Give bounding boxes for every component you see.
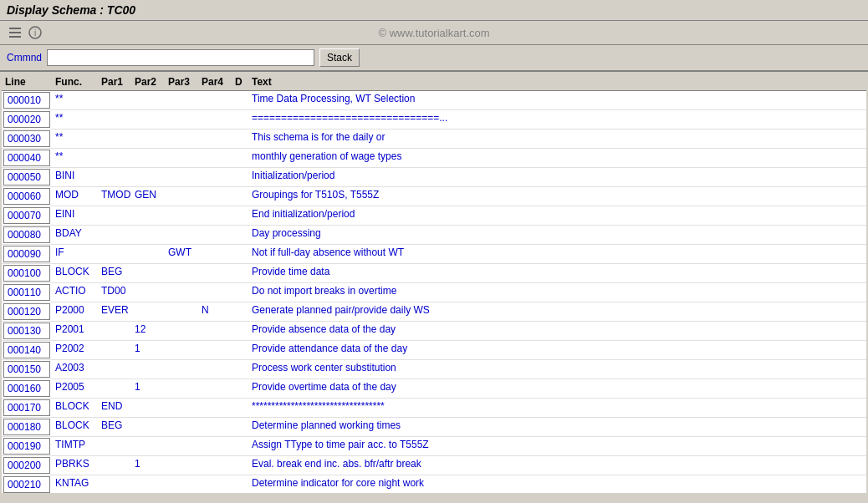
param-cell-4 <box>165 399 198 417</box>
table-row[interactable]: 000180BLOCKBEGDetermine planned working … <box>2 418 866 437</box>
table-row[interactable]: 000160P20051Provide overtime data of the… <box>2 379 866 399</box>
param-cell-4 <box>165 302 198 321</box>
param-cell-6 <box>232 302 248 321</box>
table-row[interactable]: 000210KNTAGDetermine indicator for core … <box>2 475 866 493</box>
param-cell-1: ** <box>52 110 98 129</box>
text-cell: Process work center substitution <box>248 360 866 379</box>
line-number: 000120 <box>3 303 50 320</box>
param-cell-6 <box>232 187 248 206</box>
param-cell-2: BEG <box>98 418 131 436</box>
table-row[interactable]: 000040**monthly generation of wage types <box>2 149 866 168</box>
param-cell-5 <box>198 399 232 417</box>
table-row[interactable]: 000170BLOCKEND**************************… <box>2 399 866 418</box>
param-cell-5 <box>198 206 232 225</box>
param-cell-2 <box>98 149 131 167</box>
table-row[interactable]: 000090IFGWTNot if full-day absence witho… <box>2 245 866 264</box>
text-cell: ================================... <box>248 110 866 129</box>
svg-rect-0 <box>9 28 21 29</box>
settings-icon[interactable] <box>7 24 23 41</box>
stack-button[interactable]: Stack <box>319 48 360 67</box>
main-content: Line Func. Par1 Par2 Par3 Par4 D Text 00… <box>2 74 866 493</box>
text-cell: This schema is for the daily or <box>248 130 866 148</box>
table-row[interactable]: 000110ACTIOTD00Do not import breaks in o… <box>2 283 866 302</box>
table-row[interactable]: 000050BINIInitialization/period <box>2 168 866 187</box>
col-d: D <box>232 75 248 89</box>
col-par2: Par2 <box>131 75 165 89</box>
table-row[interactable]: 000030**This schema is for the daily or <box>2 130 866 149</box>
param-cell-6 <box>232 360 248 379</box>
param-cell-3 <box>131 91 165 109</box>
table-row[interactable]: 000140P20021Provide attendance data of t… <box>2 341 866 360</box>
param-cell-2 <box>98 226 131 244</box>
param-cell-6 <box>232 379 248 398</box>
line-number: 000060 <box>3 188 50 205</box>
param-cell-1: ** <box>52 149 98 167</box>
title-text: Display Schema : TC00 <box>7 3 135 17</box>
param-cell-2 <box>98 168 131 186</box>
line-number: 000110 <box>3 284 50 301</box>
param-cell-1: BDAY <box>52 226 98 244</box>
table-row[interactable]: 000080BDAYDay processing <box>2 226 866 245</box>
param-cell-2 <box>98 379 131 398</box>
param-cell-5 <box>198 475 232 493</box>
param-cell-3 <box>131 437 165 455</box>
command-input[interactable] <box>47 49 314 66</box>
table-row[interactable]: 000060MODTMODGENGroupings for T510S, T55… <box>2 187 866 206</box>
line-number: 000020 <box>3 111 50 128</box>
param-cell-4 <box>165 341 198 359</box>
line-number: 000070 <box>3 207 50 224</box>
text-cell: Determine planned working times <box>248 418 866 436</box>
line-number: 000030 <box>3 130 50 147</box>
text-cell: Generate planned pair/provide daily WS <box>248 302 866 321</box>
command-label: Cmmnd <box>7 52 42 64</box>
line-number: 000130 <box>3 323 50 339</box>
param-cell-3 <box>131 418 165 436</box>
info-icon[interactable]: i <box>27 24 43 41</box>
table-row[interactable]: 000120P2000EVERNGenerate planned pair/pr… <box>2 302 866 322</box>
table-row[interactable]: 000100BLOCKBEGProvide time data <box>2 264 866 283</box>
param-cell-5 <box>198 91 232 109</box>
svg-rect-2 <box>9 36 21 38</box>
param-cell-1: P2005 <box>52 379 98 398</box>
table-row[interactable]: 000020**================================… <box>2 110 866 130</box>
param-cell-2: END <box>98 399 131 417</box>
text-cell: Day processing <box>248 226 866 244</box>
param-cell-6 <box>232 475 248 493</box>
table-row[interactable]: 000010**Time Data Processing, WT Selecti… <box>2 91 866 110</box>
param-cell-5: N <box>198 302 232 321</box>
param-cell-1: A2003 <box>52 360 98 379</box>
param-cell-3: 1 <box>131 379 165 398</box>
param-cell-5 <box>198 187 232 206</box>
param-cell-1: ** <box>52 91 98 109</box>
param-cell-1: BINI <box>52 168 98 186</box>
param-cell-5 <box>198 168 232 186</box>
text-cell: Not if full-day absence without WT <box>248 245 866 263</box>
param-cell-5 <box>198 437 232 455</box>
param-cell-1: BLOCK <box>52 418 98 436</box>
param-cell-5 <box>198 149 232 167</box>
param-cell-4 <box>165 168 198 186</box>
text-cell: Provide attendance data of the day <box>248 341 866 359</box>
table-row[interactable]: 000070EINIEnd initialization/period <box>2 206 866 226</box>
table-row[interactable]: 000150A2003Process work center substitut… <box>2 360 866 379</box>
param-cell-3: 1 <box>131 456 165 475</box>
param-cell-5 <box>198 245 232 263</box>
text-cell: Initialization/period <box>248 168 866 186</box>
table-row[interactable]: 000190TIMTPAssign TType to time pair acc… <box>2 437 866 456</box>
command-bar: Cmmnd Stack <box>0 45 868 72</box>
col-line: Line <box>2 75 52 89</box>
param-cell-5 <box>198 264 232 282</box>
param-cell-2: BEG <box>98 264 131 282</box>
param-cell-2 <box>98 130 131 148</box>
param-cell-3 <box>131 283 165 302</box>
table-row[interactable]: 000130P200112Provide absence data of the… <box>2 322 866 341</box>
text-cell: Provide overtime data of the day <box>248 379 866 398</box>
text-cell: End initialization/period <box>248 206 866 225</box>
param-cell-5 <box>198 418 232 436</box>
line-number: 000010 <box>3 92 50 109</box>
param-cell-4 <box>165 110 198 129</box>
table-row[interactable]: 000200PBRKS1Eval. break end inc. abs. bf… <box>2 456 866 475</box>
line-number: 000190 <box>3 438 50 455</box>
param-cell-4 <box>165 418 198 436</box>
line-number: 000200 <box>3 457 50 474</box>
